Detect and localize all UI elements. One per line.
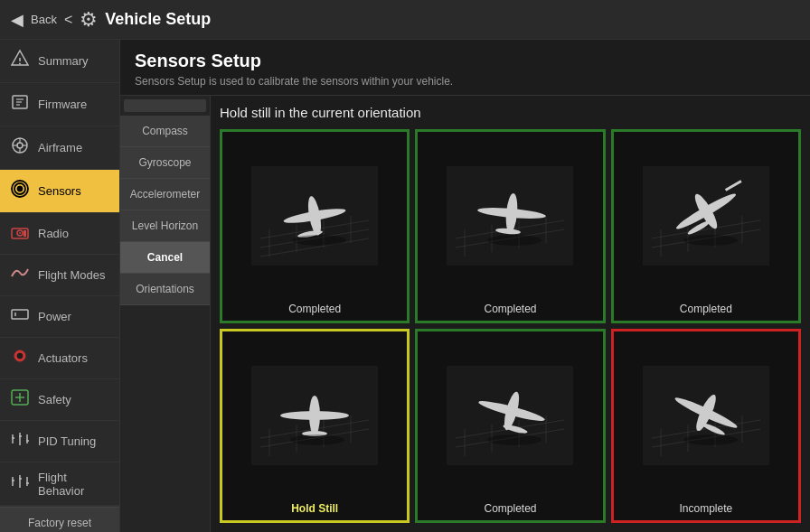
factory-reset-button[interactable]: Factory reset (0, 507, 119, 532)
content-area: Sensors Setup Sensors Setup is used to c… (120, 40, 810, 532)
level-horizon-button[interactable]: Level Horizon (120, 210, 210, 242)
orientation-card-right: Completed (611, 129, 801, 323)
orientation-card-front: Completed (415, 129, 605, 323)
orientation-label-back: Completed (484, 499, 536, 515)
sidebar-item-safety[interactable]: Safety (0, 379, 119, 421)
svg-point-50 (292, 235, 346, 246)
cancel-button[interactable]: Cancel (120, 242, 210, 274)
hold-still-text: Hold still in the current orientation (220, 105, 801, 120)
sidebar: Summary Firmware Airframe Sensors Radio (0, 40, 120, 532)
factory-reset-area: Factory reset (0, 506, 119, 532)
safety-icon (9, 388, 31, 411)
svg-point-84 (290, 434, 344, 445)
orientation-card-left: Incomplete (611, 329, 801, 523)
sidebar-item-radio[interactable]: Radio (0, 213, 119, 255)
accelerometer-button[interactable]: Accelerometer (120, 179, 210, 210)
orientation-card-bottom: Hold Still (220, 329, 410, 523)
orientation-grid: Completed (220, 129, 801, 523)
flight-behavior-icon (9, 472, 31, 495)
svg-point-23 (17, 353, 23, 359)
sidebar-item-pid-tuning[interactable]: PID Tuning (0, 421, 119, 462)
plane-area-back (418, 331, 602, 499)
orientation-card-top: Completed (220, 129, 410, 323)
sidebar-label-flight-modes: Flight Modes (38, 268, 105, 282)
plane-area-top (222, 132, 407, 299)
sidebar-label-power: Power (38, 310, 71, 323)
progress-bar-bg (124, 99, 206, 112)
page-title: Vehicle Setup (105, 10, 211, 29)
sidebar-label-pid-tuning: PID Tuning (38, 434, 96, 448)
sidebar-label-actuators: Actuators (38, 351, 88, 365)
topbar: ◀ Back < ⚙ Vehicle Setup (0, 0, 810, 40)
sidebar-item-actuators[interactable]: Actuators (0, 338, 119, 379)
sidebar-item-airframe[interactable]: Airframe (0, 126, 119, 170)
svg-point-61 (487, 235, 542, 246)
svg-point-8 (17, 143, 23, 148)
pid-tuning-icon (9, 430, 31, 453)
sensors-icon (9, 179, 31, 203)
power-icon (9, 305, 31, 328)
sidebar-item-power[interactable]: Power (0, 296, 119, 338)
gyroscope-button[interactable]: Gyroscope (120, 147, 210, 179)
content-body: Compass Gyroscope Accelerometer Level Ho… (120, 96, 810, 532)
svg-point-2 (19, 63, 21, 65)
svg-rect-20 (12, 310, 28, 319)
sidebar-item-summary[interactable]: Summary (0, 40, 119, 83)
svg-point-106 (683, 434, 738, 445)
plane-area-right (614, 132, 798, 299)
main-layout: Summary Firmware Airframe Sensors Radio (0, 40, 810, 532)
separator: < (64, 12, 72, 28)
sidebar-label-airframe: Airframe (38, 141, 82, 154)
svg-point-13 (17, 186, 23, 191)
back-button[interactable]: Back (31, 13, 57, 26)
compass-button[interactable]: Compass (120, 116, 210, 147)
firmware-icon (9, 92, 31, 117)
orientation-label-front: Completed (484, 299, 536, 315)
summary-icon (9, 49, 31, 73)
sidebar-label-sensors: Sensors (38, 184, 81, 198)
content-header: Sensors Setup Sensors Setup is used to c… (120, 40, 810, 96)
orientation-label-right: Completed (680, 299, 732, 315)
airframe-icon (9, 135, 31, 160)
svg-rect-19 (24, 230, 26, 237)
sidebar-label-radio: Radio (38, 227, 69, 240)
sidebar-label-firmware: Firmware (38, 98, 87, 111)
svg-point-18 (19, 232, 21, 234)
svg-point-73 (683, 235, 738, 246)
sidebar-label-flight-behavior: Flight Behavior (38, 471, 110, 498)
gear-icon: ⚙ (80, 8, 98, 32)
back-icon: ◀ (11, 10, 24, 30)
sidebar-label-safety: Safety (38, 393, 71, 406)
orientation-label-left: Incomplete (679, 499, 732, 515)
orientation-label-top: Completed (288, 299, 341, 315)
orientations-button[interactable]: Orientations (120, 274, 210, 305)
orientation-label-bottom: Hold Still (291, 499, 338, 515)
sidebar-item-firmware[interactable]: Firmware (0, 83, 119, 126)
plane-area-front (418, 132, 602, 299)
content-subtitle: Sensors Setup is used to calibrate the s… (135, 75, 796, 88)
sidebar-item-sensors[interactable]: Sensors (0, 170, 119, 213)
actuators-icon (9, 347, 31, 369)
sidebar-item-flight-behavior[interactable]: Flight Behavior (0, 462, 119, 506)
plane-area-bottom (222, 331, 407, 499)
orientation-card-back: Completed (415, 329, 605, 523)
calibration-buttons: Compass Gyroscope Accelerometer Level Ho… (120, 96, 211, 532)
radio-icon (9, 222, 31, 245)
sidebar-item-flight-modes[interactable]: Flight Modes (0, 255, 119, 296)
sidebar-label-summary: Summary (38, 54, 89, 68)
flight-modes-icon (9, 264, 31, 286)
plane-area-left (614, 331, 798, 499)
orientation-grid-panel: Hold still in the current orientation (211, 96, 810, 532)
content-title: Sensors Setup (135, 51, 796, 71)
svg-point-82 (280, 411, 349, 420)
svg-point-95 (487, 434, 542, 445)
